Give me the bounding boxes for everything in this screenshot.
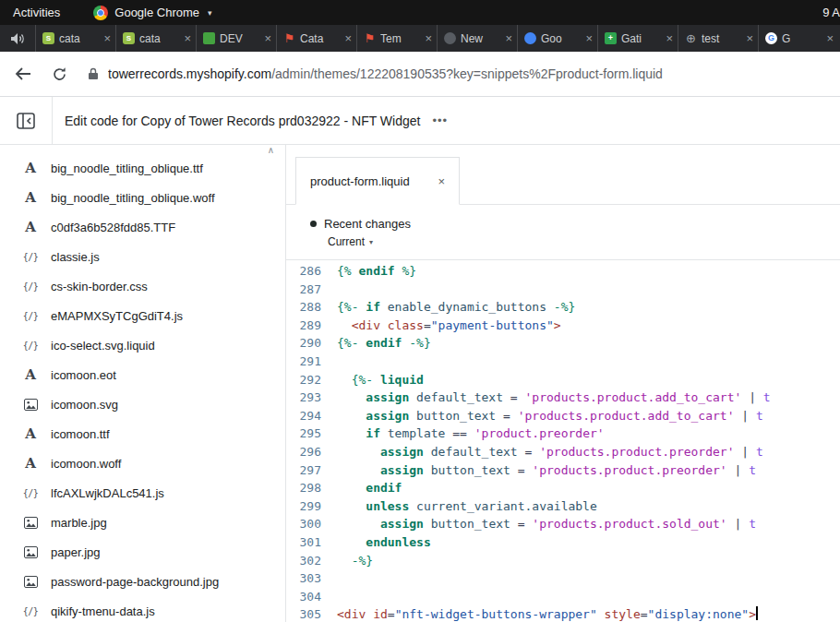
code-line: 299 unless current_variant.available (286, 497, 840, 516)
file-item[interactable]: marble.jpg (0, 508, 285, 537)
activities-button[interactable]: Activities (0, 0, 73, 25)
tab-close-icon[interactable]: × (438, 174, 445, 188)
file-name: password-page-background.jpg (51, 575, 219, 589)
font-file-icon: A (22, 160, 39, 176)
browser-tab[interactable]: New× (437, 25, 517, 52)
code-file-icon: {/} (22, 341, 39, 351)
file-item[interactable]: icomoon.svg (0, 389, 285, 419)
tab-close-icon[interactable]: × (826, 31, 834, 45)
tab-close-icon[interactable]: × (746, 31, 753, 45)
file-name: ico-select.svg.liquid (51, 339, 155, 353)
more-actions-button[interactable]: ••• (432, 114, 448, 127)
file-name: icomoon.eot (51, 368, 116, 382)
file-item[interactable]: {/}eMAPMXSyTCgGdiT4.js (0, 301, 285, 330)
file-item[interactable]: Abig_noodle_titling_oblique.woff (0, 183, 285, 212)
browser-tab[interactable]: DEV× (196, 25, 276, 52)
chevron-down-icon: ▾ (208, 8, 212, 18)
line-number: 292 (286, 371, 321, 389)
page-title: Edit code for Copy of Tower Records prd0… (65, 114, 420, 128)
version-panel: Recent changes Current ▾ (286, 205, 840, 260)
file-name: big_noodle_titling_oblique.ttf (51, 161, 203, 175)
tab-title: Gati (621, 32, 661, 45)
line-number: 290 (286, 334, 321, 353)
back-button[interactable] (15, 67, 31, 80)
line-number: 295 (286, 425, 321, 443)
google-favicon: G (765, 32, 777, 44)
browser-tab[interactable]: ⊕test× (678, 25, 758, 52)
code-line: 292 {%- liquid (286, 371, 840, 389)
file-item[interactable]: Aicomoon.ttf (0, 419, 285, 449)
file-item[interactable]: {/}classie.js (0, 242, 285, 271)
file-name: c0df3a6b528fdd85.TTF (51, 221, 175, 234)
tab-title: Goo (541, 32, 581, 45)
text-cursor (756, 606, 758, 620)
tab-close-icon[interactable]: × (585, 31, 593, 45)
line-number: 286 (286, 262, 321, 281)
active-app-name: Google Chrome (114, 6, 199, 19)
browser-tab[interactable]: ⚑Cata× (276, 25, 356, 52)
tab-title: cata (59, 32, 99, 45)
file-item[interactable]: Ac0df3a6b528fdd85.TTF (0, 212, 285, 242)
version-dropdown[interactable]: Current ▾ (328, 235, 840, 248)
url-text[interactable]: towerrecords.myshopify.com/admin/themes/… (108, 66, 663, 81)
file-tab-bar: product-form.liquid × (286, 145, 840, 205)
reload-button[interactable] (52, 66, 67, 82)
code-line: 291 (286, 353, 840, 371)
browser-tab[interactable]: Scata× (35, 25, 115, 52)
tab-close-icon[interactable]: × (344, 31, 352, 45)
tab-close-icon[interactable]: × (103, 31, 111, 45)
active-app-menu[interactable]: Google Chrome ▾ (93, 6, 211, 20)
file-item[interactable]: {/}qikify-tmenu-data.js (0, 596, 285, 622)
file-item[interactable]: Abig_noodle_titling_oblique.ttf (0, 153, 285, 183)
tab-close-icon[interactable]: × (666, 31, 673, 45)
scroll-up-arrow[interactable]: ∧ (268, 145, 274, 155)
shopify-favicon: S (123, 32, 135, 44)
file-item[interactable]: {/}ico-select.svg.liquid (0, 330, 285, 360)
chrome-icon (93, 6, 108, 20)
tab-close-icon[interactable]: × (505, 31, 512, 45)
code-line: 305<div id="nft-widget-buttons-wrapper" … (286, 605, 840, 622)
tab-title: G (782, 32, 822, 45)
code-line: 295 if template == 'product.preorder' (286, 425, 840, 443)
browser-tab[interactable]: +Gati× (597, 25, 678, 52)
code-line: 301 endunless (286, 533, 840, 552)
tab-close-icon[interactable]: × (264, 31, 271, 45)
file-item[interactable]: Aicomoon.woff (0, 449, 285, 478)
line-number: 301 (286, 533, 321, 552)
editor-header: Edit code for Copy of Tower Records prd0… (0, 97, 840, 145)
code-line: 297 assign button_text = 'products.produ… (286, 461, 840, 480)
exit-code-editor-button[interactable] (0, 97, 53, 144)
dark-favicon (444, 32, 456, 44)
version-label: Current (328, 235, 365, 248)
line-number: 289 (286, 317, 321, 335)
file-item[interactable]: paper.jpg (0, 537, 285, 567)
file-item[interactable]: password-page-background.jpg (0, 567, 285, 596)
address-bar[interactable]: towerrecords.myshopify.com/admin/themes/… (88, 66, 825, 81)
line-number: 288 (286, 298, 321, 317)
line-number: 293 (286, 389, 321, 407)
tab-close-icon[interactable]: × (184, 31, 191, 45)
tab-title: Tem (380, 32, 420, 45)
green-favicon: + (605, 32, 617, 44)
editor-file-tab[interactable]: product-form.liquid × (295, 157, 460, 205)
line-number: 305 (286, 605, 321, 622)
image-file-icon (22, 517, 39, 529)
code-line: 298 endif (286, 479, 840, 497)
lock-icon[interactable] (88, 67, 99, 80)
browser-tab[interactable]: Scata× (115, 25, 196, 52)
file-name: classie.js (51, 250, 100, 264)
code-line: 289 <div class="payment-buttons"> (286, 317, 840, 335)
tab-close-icon[interactable]: × (425, 31, 432, 45)
system-bar: Activities Google Chrome ▾ 9 A (0, 0, 840, 25)
file-item[interactable]: Aicomoon.eot (0, 360, 285, 389)
tab-title: test (702, 32, 741, 45)
file-item[interactable]: {/}lfcAXLwjkDALc541.js (0, 478, 285, 508)
browser-tab[interactable]: GG× (758, 25, 838, 52)
code-editor[interactable]: 286{% endif %}287288{%- if enable_dynami… (286, 260, 840, 622)
clock-indicator[interactable]: 9 A (822, 6, 840, 19)
browser-tab[interactable]: ⚑Tem× (356, 25, 437, 52)
line-number: 294 (286, 407, 321, 425)
recent-changes-dot (310, 221, 317, 227)
browser-tab[interactable]: Goo× (517, 25, 597, 52)
file-item[interactable]: {/}cs-skin-border.css (0, 271, 285, 301)
